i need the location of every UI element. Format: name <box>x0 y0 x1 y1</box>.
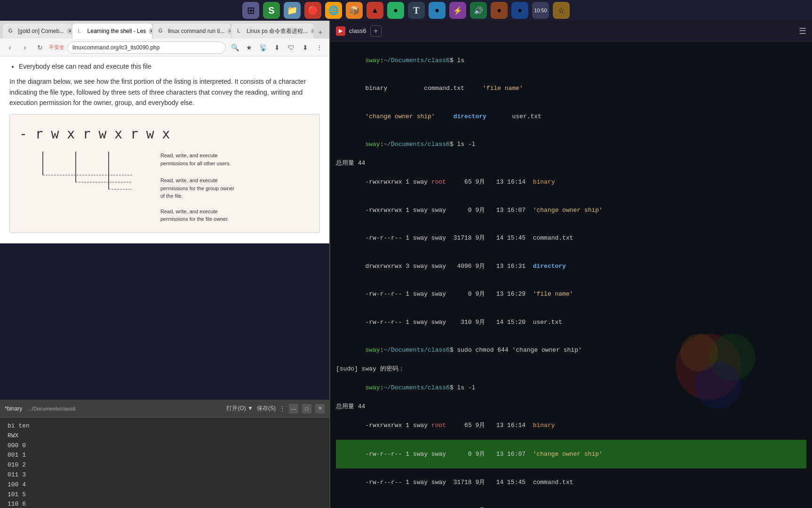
browser-tab-3[interactable]: G linux command run ti... ✕ <box>153 24 231 39</box>
dock-icon-power[interactable]: ⚡ <box>449 2 466 19</box>
terminal-content[interactable]: sway:~/Documents/class6$ ls binary comma… <box>330 41 812 508</box>
terminal-line-9: drwxrwxrwx 3 sway sway 4096 9月 13 16:31 … <box>336 252 806 280</box>
cast-icon[interactable]: 📡 <box>257 41 269 54</box>
dock-icon-s[interactable]: S <box>263 2 280 19</box>
dock-icon-blue2[interactable]: ● <box>511 2 528 19</box>
tab-favicon-3: G <box>159 28 165 34</box>
terminal-line-13: [sudo] sway 的密码： <box>336 364 806 374</box>
browser-tab-1[interactable]: G [gold on] Comeb... ✕ <box>3 24 72 39</box>
dock-icon-orange[interactable]: 📦 <box>346 2 363 19</box>
download-icon[interactable]: ⬇ <box>271 41 283 54</box>
terminal-line-4: sway:~/Documents/class6$ ls -l <box>336 131 806 159</box>
editor-titlebar: *binary .../Documents/class6 打开(O) ▼ 保存(… <box>0 400 329 418</box>
shield-icon[interactable]: 🛡 <box>285 41 297 54</box>
reload-button[interactable]: ↻ <box>34 41 46 54</box>
terminal-line-18: -rw-r--r-- 1 sway sway 31718 9月 14 15:45… <box>336 469 806 497</box>
browser-panel: G [gold on] Comeb... ✕ L Learning the sh… <box>0 21 329 243</box>
editor-minimize-btn[interactable]: — <box>289 404 298 413</box>
dock-icon-typora[interactable]: T <box>408 2 425 19</box>
browser-tab-4[interactable]: L Linux ps 命令查看进程... ✕ <box>231 24 313 39</box>
main-area: G [gold on] Comeb... ✕ L Learning the sh… <box>0 21 812 508</box>
tab-favicon-4: L <box>237 28 244 34</box>
editor-subtitle: .../Documents/class6 <box>28 406 76 411</box>
dock-icon-green[interactable]: ● <box>387 2 404 19</box>
dock-icon-grid[interactable]: ⊞ <box>242 2 259 19</box>
dock-icon-chrome[interactable]: 🌐 <box>325 2 342 19</box>
dock-icon-red2[interactable]: ▲ <box>366 2 383 19</box>
browser-tab-2[interactable]: L Learning the shell - Les ✕ <box>72 24 152 39</box>
perm-desc-2: Read, write, and executepermissions for … <box>160 177 234 200</box>
tab-label-3: linux command run ti... <box>168 28 225 34</box>
tab-close-4[interactable]: ✕ <box>310 28 313 34</box>
dock-icon-folder[interactable]: 📁 <box>284 2 301 19</box>
dock-icon-blue[interactable]: ● <box>429 2 446 19</box>
tab-close-3[interactable]: ✕ <box>227 28 231 34</box>
editor-maximize-btn[interactable]: □ <box>302 404 311 413</box>
terminal-menu-btn[interactable]: ☰ <box>799 26 806 36</box>
permission-diagram: - r w x r w x r w x <box>9 114 320 233</box>
browser-toolbar: ‹ › ↻ 不安全 🔍 ★ 📡 ⬇ 🛡 ⬇ ⋮ <box>0 39 329 56</box>
editor-line-6: 011 3 <box>8 470 322 480</box>
editor-panel: *binary .../Documents/class6 打开(O) ▼ 保存(… <box>0 400 329 508</box>
terminal-line-11: -rw-r--r-- 1 sway sway 310 9月 14 15:20 u… <box>336 308 806 336</box>
top-dock: ⊞ S 📁 🔴 🌐 📦 ▲ ● T ● ⚡ 🔊 ● ● 10:50 ☆ <box>0 0 812 21</box>
address-bar[interactable] <box>67 41 226 54</box>
terminal-line-2: binary command.txt 'file name' <box>336 75 806 103</box>
terminal-titlebar: ▶ class6 + ☰ <box>330 21 812 41</box>
bookmark-icon[interactable]: ★ <box>243 41 255 54</box>
terminal-line-12: sway:~/Documents/class6$ sudo chmod 644 … <box>336 337 806 364</box>
dock-icon-star[interactable]: ☆ <box>553 2 570 19</box>
terminal-path-1: ~/Documents/class6 <box>383 57 449 64</box>
content-paragraph: In the diagram below, we see how the fir… <box>9 76 320 108</box>
editor-line-2: RWX <box>8 431 322 441</box>
terminal-line-7: -rwxrwxrwx 1 sway sway 0 9月 13 16:07 'ch… <box>336 196 806 224</box>
permission-arrows-svg <box>29 152 160 213</box>
editor-content[interactable]: bi ten RWX 000 0 001 1 010 2 011 3 100 4… <box>0 418 329 508</box>
terminal-line-17-highlighted: -rw-r--r-- 1 sway sway 0 9月 13 16:07 'ch… <box>336 440 806 468</box>
terminal-line-19: drwxrwxrwx 3 sway sway 4096 9月 13 16:31 … <box>336 497 806 508</box>
menu-icon[interactable]: ⋮ <box>313 41 326 54</box>
forward-button[interactable]: › <box>19 41 31 54</box>
dock-icon-circle[interactable]: ● <box>491 2 508 19</box>
editor-close-btn[interactable]: ✕ <box>315 404 325 413</box>
tab-favicon-2: L <box>78 28 85 34</box>
browser-content[interactable]: Everybody else can read and execute this… <box>0 56 329 243</box>
editor-line-8: 101 5 <box>8 490 322 500</box>
dock-icon-red[interactable]: 🔴 <box>304 2 321 19</box>
terminal-line-8: -rw-r--r-- 1 sway sway 31718 9月 14 15:45… <box>336 225 806 252</box>
editor-menu-more[interactable]: ⋮ <box>279 405 285 412</box>
editor-menu-open[interactable]: 打开(O) ▼ <box>226 404 253 412</box>
terminal-new-tab-btn[interactable]: + <box>370 25 382 37</box>
back-button[interactable]: ‹ <box>4 41 16 54</box>
terminal-line-3: 'change owner ship' directory user.txt <box>336 103 806 130</box>
tab-favicon-1: G <box>8 28 15 34</box>
editor-line-7: 100 4 <box>8 480 322 490</box>
tab-label-1: [gold on] Comeb... <box>18 28 64 34</box>
dock-icon-sound[interactable]: 🔊 <box>470 2 487 19</box>
terminal-panel: ▶ class6 + ☰ sway:~/Documents/class6$ ls… <box>329 21 812 508</box>
editor-title: *binary .../Documents/class6 <box>5 405 223 412</box>
tab-label-4: Linux ps 命令查看进程... <box>247 27 308 35</box>
dock-icon-clock[interactable]: 10:50 <box>532 2 549 19</box>
tab-close-1[interactable]: ✕ <box>67 28 72 34</box>
tab-label-2: Learning the shell - Les <box>88 28 146 34</box>
terminal-line-1: sway:~/Documents/class6$ ls <box>336 47 806 74</box>
terminal-line-16: -rwxrwxrwx 1 sway root 65 9月 13 16:14 bi… <box>336 412 806 440</box>
search-icon[interactable]: 🔍 <box>229 41 241 54</box>
download-icon2[interactable]: ⬇ <box>299 41 311 54</box>
editor-line-5: 010 2 <box>8 460 322 470</box>
editor-title-text: *binary <box>5 405 22 412</box>
editor-line-3: 000 0 <box>8 441 322 451</box>
terminal-line-5: 总用量 44 <box>336 159 806 168</box>
perm-desc-1: Read, write, and executepermissions for … <box>160 152 234 167</box>
security-warning-label: 不安全 <box>49 44 64 51</box>
new-tab-button[interactable]: + <box>314 26 326 39</box>
rwx-display: - r w x r w x r w x <box>19 124 310 145</box>
bullet-item: Everybody else can read and execute this… <box>19 61 320 72</box>
browser-left-section: G [gold on] Comeb... ✕ L Learning the sh… <box>0 21 329 508</box>
terminal-line-6: -rwxrwxrwx 1 sway root 65 9月 13 16:14 bi… <box>336 169 806 196</box>
browser-tabs: G [gold on] Comeb... ✕ L Learning the sh… <box>0 21 329 39</box>
tab-close-2[interactable]: ✕ <box>149 28 151 34</box>
editor-menu-save[interactable]: 保存(S) <box>257 404 276 412</box>
terminal-tab-label[interactable]: class6 <box>349 27 366 34</box>
